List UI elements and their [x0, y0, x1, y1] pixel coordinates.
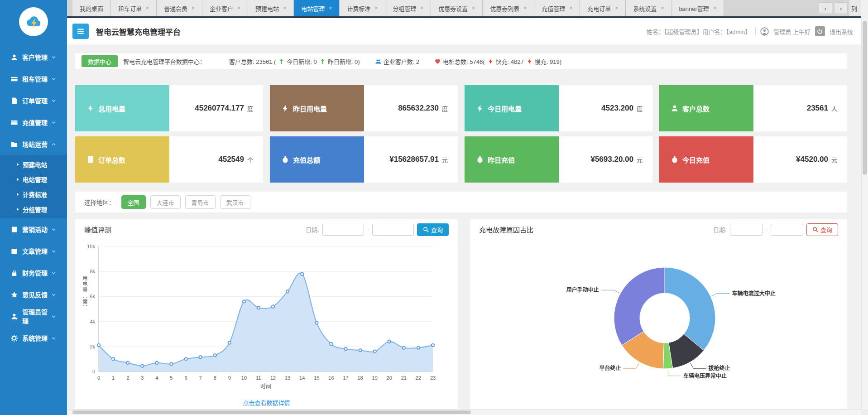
tab-我的桌面[interactable]: 我的桌面 [72, 0, 111, 16]
data-center-bar: 数据中心 智电云充电管理平台数据中心： 客户总数: 23561 (今日新增: 0… [75, 53, 847, 69]
sidebar-item-营销活动[interactable]: 营销活动 [0, 218, 67, 240]
stat-card-color-block: 充值总额 [270, 136, 364, 183]
sidebar-item-文章管理[interactable]: 文章管理 [0, 240, 67, 262]
stat-card-color-block: 客户总数 [659, 85, 753, 131]
stat-value: ¥4520.00 [796, 155, 828, 164]
tab-close-icon[interactable]: × [615, 5, 618, 11]
chevron-right-button[interactable]: › [834, 2, 848, 14]
tab-label: 我的桌面 [80, 4, 103, 13]
tab-close-icon[interactable]: × [146, 5, 149, 11]
tab-分组管理[interactable]: 分组管理× [385, 0, 431, 16]
region-selector-bar: 选择地区： 全国大连市青岛市武汉市 [75, 192, 847, 212]
tab-充电订单[interactable]: 充电订单× [580, 0, 626, 16]
svg-text:6k: 6k [90, 294, 95, 299]
tab-close-icon[interactable]: × [192, 5, 195, 11]
sidebar-subitem-分组管理[interactable]: 分组管理 [0, 202, 67, 217]
sidebar-item-意见反馈[interactable]: 意见反馈 [0, 284, 67, 305]
users-icon [375, 58, 381, 64]
sidebar-subitem-计费标准[interactable]: 计费标准 [0, 187, 67, 202]
sidebar-item-充值管理[interactable]: 充值管理 [0, 111, 67, 133]
tab-租车订单[interactable]: 租车订单× [111, 0, 157, 16]
sidebar-item-管理员管理[interactable]: 管理员管理 [0, 305, 67, 327]
sidebar: 客户管理租车管理订单管理充值管理场站运营预建电站电站管理计费标准分组管理营销活动… [0, 0, 67, 415]
svg-text:时间: 时间 [260, 383, 271, 390]
main-content: 数据中心 智电云充电管理平台数据中心： 客户总数: 23561 (今日新增: 0… [67, 44, 861, 409]
sidebar-item-租车管理[interactable]: 租车管理 [0, 68, 67, 90]
card-icon [11, 119, 18, 126]
stat-unit: 人 [831, 104, 837, 113]
sidebar-item-客户管理[interactable]: 客户管理 [0, 46, 67, 68]
tab-close-icon[interactable]: × [420, 5, 423, 11]
peak-date-end-input[interactable] [372, 224, 414, 236]
chevron-up-icon [51, 142, 56, 147]
region-button-青岛市[interactable]: 青岛市 [185, 195, 216, 209]
chevron-left-button[interactable]: ‹ [819, 2, 832, 14]
search-icon [812, 227, 818, 232]
tab-close-icon[interactable]: × [329, 5, 332, 11]
vertical-scrollbar[interactable] [861, 18, 868, 409]
tab-优惠券设置[interactable]: 优惠券设置× [431, 0, 483, 16]
tab-banner管理[interactable]: banner管理× [671, 0, 724, 16]
svg-text:19: 19 [372, 375, 378, 381]
stat-card-label: 客户总数 [682, 104, 710, 113]
horizontal-scrollbar[interactable] [67, 409, 861, 415]
tab-预建电站[interactable]: 预建电站× [248, 0, 294, 16]
tab-企业客户[interactable]: 企业客户× [202, 0, 248, 16]
stat-text: 昨日新增: 0) [328, 57, 360, 66]
svg-text:8k: 8k [90, 269, 95, 274]
sidebar-item-label: 客户管理 [22, 53, 48, 62]
data-center-button[interactable]: 数据中心 [82, 55, 118, 67]
tab-close-icon[interactable]: × [237, 5, 240, 11]
svg-text:0: 0 [92, 369, 95, 374]
stat-card-昨日充值: 昨日充值¥5693.20.00元 [465, 136, 652, 183]
svg-text:6: 6 [184, 375, 187, 381]
fault-search-button[interactable]: 查询 [806, 223, 838, 236]
stat-card-color-block: 昨日用电量 [270, 85, 364, 131]
heart-icon [435, 58, 441, 64]
region-label: 选择地区： [84, 198, 115, 207]
tab-电站管理[interactable]: 电站管理× [294, 0, 340, 16]
sidebar-item-系统管理[interactable]: 系统管理 [0, 327, 67, 349]
logout-link[interactable]: 退出系统 [830, 27, 853, 36]
stat-card-label: 总用电量 [98, 104, 125, 113]
region-button-全国[interactable]: 全国 [121, 195, 146, 209]
fault-date-end-input[interactable] [771, 224, 803, 236]
data-center-stat: 昨日新增: 0) [320, 57, 360, 66]
y-axis-label: 用电量（度） [81, 275, 88, 311]
sidebar-item-场站运营[interactable]: 场站运营 [0, 133, 67, 155]
tab-close-icon[interactable]: × [713, 5, 716, 11]
caret-right-icon [15, 162, 20, 167]
stat-unit: 个 [247, 155, 253, 164]
region-button-武汉市[interactable]: 武汉市 [220, 195, 250, 209]
chevron-down-icon [51, 336, 56, 341]
user-icon [671, 105, 678, 112]
tab-close-icon[interactable]: × [523, 5, 527, 11]
article-icon [11, 248, 18, 255]
power-button[interactable] [815, 26, 825, 36]
tab-计费标准[interactable]: 计费标准× [340, 0, 385, 16]
fault-date-start-input[interactable] [730, 224, 762, 236]
tab-close-icon[interactable]: × [661, 5, 664, 11]
stat-value: 865632.230 [398, 104, 439, 113]
tab-close-icon[interactable]: × [283, 5, 286, 11]
tab-优惠券列表[interactable]: 优惠券列表× [483, 0, 534, 16]
peak-search-button[interactable]: 查询 [417, 223, 449, 236]
view-data-details-link[interactable]: 点击查看数据详情 [243, 400, 290, 406]
tab-系统设置[interactable]: 系统设置× [626, 0, 671, 16]
sidebar-subitem-预建电站[interactable]: 预建电站 [0, 157, 67, 172]
sidebar-subitem-电站管理[interactable]: 电站管理 [0, 172, 67, 187]
vertical-scrollbar-thumb[interactable] [863, 21, 867, 175]
tab-close-icon[interactable]: × [472, 5, 475, 11]
tab-充值管理[interactable]: 充值管理× [534, 0, 580, 16]
tab-close-icon[interactable]: × [374, 5, 378, 11]
peak-date-start-input[interactable] [322, 224, 364, 236]
sidebar-item-订单管理[interactable]: 订单管理 [0, 90, 67, 111]
region-button-大连市[interactable]: 大连市 [150, 195, 181, 209]
tab-close-icon[interactable]: × [569, 5, 572, 11]
tab-overflow-partial[interactable]: 列 [849, 0, 861, 16]
data-center-stat: 慢充: 919) [527, 57, 561, 66]
tab-普通会员[interactable]: 普通会员× [157, 0, 202, 16]
horizontal-scrollbar-thumb[interactable] [72, 410, 471, 414]
menu-toggle-button[interactable] [72, 24, 89, 39]
sidebar-item-财务管理[interactable]: 财务管理 [0, 262, 67, 284]
